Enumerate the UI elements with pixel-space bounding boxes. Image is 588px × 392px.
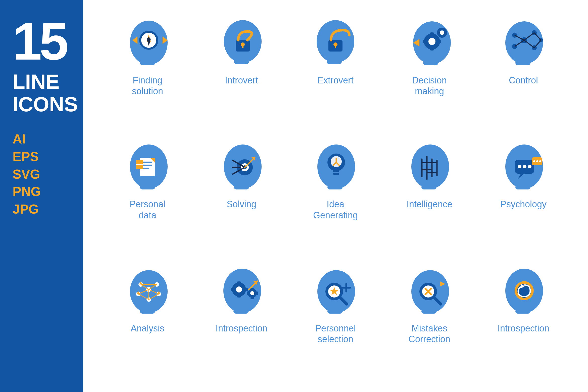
- finding-solution-icon: [120, 15, 175, 70]
- svg-rect-1: [140, 60, 155, 65]
- personnel-selection-icon: [308, 263, 363, 318]
- introspection2-icon: [496, 263, 551, 318]
- svg-point-90: [539, 160, 541, 162]
- psychology-icon: [496, 139, 551, 194]
- format-ai: AI: [13, 131, 41, 148]
- svg-rect-115: [237, 295, 241, 298]
- icon-cell-analysis: Analysis: [103, 263, 192, 377]
- psychology-label: Psychology: [500, 199, 547, 210]
- svg-rect-124: [247, 291, 249, 295]
- svg-rect-65: [333, 170, 339, 172]
- icon-cell-personal-data: Personaldata: [103, 139, 192, 253]
- mistakes-correction-label: MistakesCorrection: [409, 323, 450, 345]
- introspection2-label: Introspection: [498, 323, 549, 334]
- solving-icon: [214, 139, 269, 194]
- svg-rect-46: [142, 162, 152, 163]
- icon-cell-decision-making: Decisionmaking: [385, 15, 474, 129]
- svg-rect-19: [423, 60, 438, 65]
- icon-cell-control: Control: [479, 15, 568, 129]
- format-svg: SVG: [13, 166, 41, 183]
- idea-generating-icon: [308, 139, 363, 194]
- svg-rect-72: [421, 185, 436, 189]
- svg-rect-114: [237, 281, 241, 284]
- icon-cell-introspection1: Introspection: [197, 263, 286, 377]
- icon-cell-mistakes-correction: MistakesCorrection: [385, 263, 474, 377]
- format-png: PNG: [13, 183, 41, 200]
- extrovert-label: Extrovert: [317, 75, 354, 86]
- svg-rect-25: [437, 40, 441, 43]
- svg-rect-44: [140, 185, 155, 189]
- analysis-icon: [120, 263, 175, 318]
- icon-cell-finding-solution: Findingsolution: [103, 15, 192, 129]
- left-panel: 15 LINE ICONS AI EPS SVG PNG JPG: [0, 0, 83, 392]
- icon-cell-psychology: Psychology: [479, 139, 568, 253]
- line-text: LINE ICONS: [13, 70, 78, 116]
- svg-rect-9: [234, 59, 249, 64]
- formats-list: AI EPS SVG PNG JPG: [13, 131, 41, 218]
- svg-rect-122: [251, 288, 254, 290]
- svg-point-86: [528, 165, 531, 168]
- svg-rect-127: [327, 309, 342, 314]
- svg-point-121: [250, 291, 254, 295]
- intelligence-label: Intelligence: [407, 199, 452, 210]
- svg-rect-53: [234, 185, 249, 189]
- personnel-selection-label: Personnelselection: [315, 323, 356, 345]
- svg-rect-116: [231, 288, 234, 291]
- icon-cell-introvert: Introvert: [197, 15, 286, 129]
- svg-rect-47: [142, 165, 152, 166]
- introspection1-icon: [214, 263, 269, 318]
- svg-point-113: [236, 286, 242, 292]
- control-label: Control: [509, 75, 538, 86]
- svg-rect-66: [333, 173, 339, 175]
- icon-cell-extrovert: Extrovert: [291, 15, 380, 129]
- finding-solution-label: Findingsolution: [132, 75, 163, 96]
- svg-rect-125: [256, 291, 258, 295]
- svg-rect-14: [327, 59, 342, 64]
- personal-data-label: Personaldata: [130, 199, 165, 220]
- svg-rect-81: [515, 185, 530, 189]
- svg-rect-12: [242, 44, 243, 48]
- svg-rect-24: [423, 40, 426, 43]
- svg-rect-117: [245, 288, 248, 291]
- analysis-label: Analysis: [131, 323, 164, 334]
- decision-making-label: Decisionmaking: [412, 75, 447, 96]
- icon-cell-idea-generating: IdeaGenerating: [291, 139, 380, 253]
- personal-data-icon: [120, 139, 175, 194]
- right-panel: Findingsolution Introvert: [83, 0, 588, 392]
- svg-point-88: [533, 160, 535, 162]
- introvert-icon: [214, 15, 269, 70]
- intelligence-icon: [402, 139, 457, 194]
- icon-cell-solving: Solving: [197, 139, 286, 253]
- svg-point-71: [411, 144, 449, 189]
- idea-generating-label: IdeaGenerating: [313, 199, 358, 220]
- icon-cell-personnel-selection: Personnelselection: [291, 263, 380, 377]
- format-eps: EPS: [13, 148, 41, 165]
- svg-rect-143: [515, 309, 530, 314]
- introvert-label: Introvert: [225, 75, 258, 86]
- control-icon: [496, 15, 551, 70]
- svg-rect-17: [335, 44, 336, 48]
- solving-label: Solving: [227, 199, 256, 210]
- introspection1-label: Introspection: [216, 323, 267, 334]
- decision-making-icon: [402, 15, 457, 70]
- svg-rect-22: [430, 32, 434, 36]
- icon-cell-intelligence: Intelligence: [385, 139, 474, 253]
- svg-point-27: [440, 30, 444, 35]
- svg-point-84: [518, 165, 521, 168]
- svg-point-85: [523, 165, 526, 168]
- icons-grid: Findingsolution Introvert: [83, 0, 588, 392]
- svg-rect-30: [515, 60, 530, 65]
- svg-point-89: [536, 160, 538, 162]
- svg-rect-123: [251, 297, 254, 299]
- icon-cell-introspection2: Introspection: [479, 263, 568, 377]
- svg-rect-63: [327, 185, 342, 189]
- mistakes-correction-icon: [402, 263, 457, 318]
- svg-rect-135: [421, 309, 436, 314]
- format-jpg: JPG: [13, 201, 41, 218]
- svg-rect-111: [233, 309, 249, 314]
- extrovert-icon: [308, 15, 363, 70]
- big-number: 15: [13, 15, 66, 68]
- svg-point-21: [428, 38, 435, 45]
- svg-rect-23: [430, 47, 434, 51]
- svg-rect-92: [140, 309, 155, 314]
